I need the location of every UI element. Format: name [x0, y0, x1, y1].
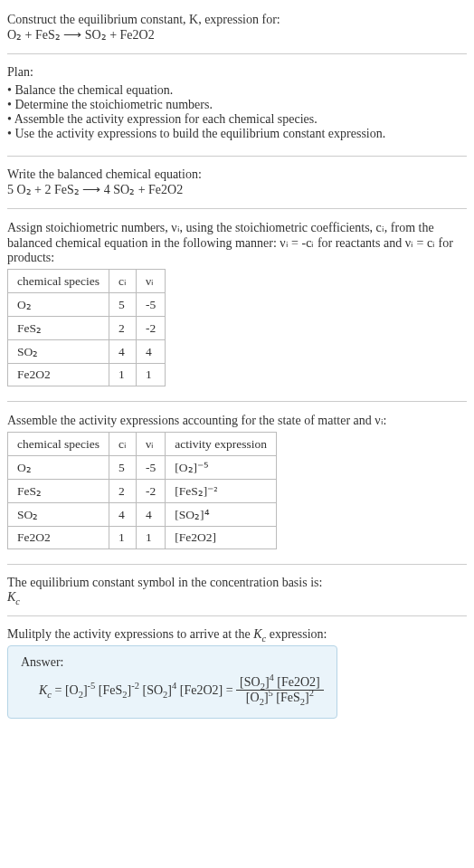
final-section: Mulitply the activity expressions to arr… [7, 622, 467, 724]
stoich-table: chemical species cᵢ νᵢ O₂ 5 -5 FeS₂ 2 -2… [7, 269, 166, 386]
table-header-row: chemical species cᵢ νᵢ activity expressi… [8, 433, 277, 456]
activity-table: chemical species cᵢ νᵢ activity expressi… [7, 432, 277, 549]
table-header-row: chemical species cᵢ νᵢ [8, 270, 166, 293]
divider [7, 156, 467, 157]
table-header: νᵢ [137, 433, 166, 456]
prompt-equation: O₂ + FeS₂ ⟶ SO₂ + Fe2O2 [7, 27, 467, 43]
table-cell: 5 [109, 293, 137, 317]
table-cell: -5 [137, 456, 166, 480]
prompt-section: Construct the equilibrium constant, K, e… [7, 7, 467, 48]
table-cell: Fe2O2 [8, 364, 109, 386]
table-cell: 4 [137, 503, 166, 527]
table-cell: SO₂ [8, 503, 109, 527]
table-cell: -2 [137, 480, 166, 503]
answer-box: Answer: Kc = [O2]-5 [FeS2]-2 [SO2]4 [Fe2… [7, 645, 337, 719]
table-cell: O₂ [8, 293, 109, 317]
table-cell: 2 [109, 317, 137, 340]
balanced-equation: 5 O₂ + 2 FeS₂ ⟶ 4 SO₂ + Fe2O2 [7, 182, 467, 197]
table-header: cᵢ [109, 270, 137, 293]
answer-label: Answer: [21, 655, 324, 670]
table-cell: 1 [137, 527, 166, 549]
table-header: chemical species [8, 433, 109, 456]
divider [7, 401, 467, 402]
table-cell: 5 [109, 456, 137, 480]
divider [7, 208, 467, 209]
table-cell: SO₂ [8, 340, 109, 364]
plan-title: Plan: [7, 65, 467, 80]
table-row: O₂ 5 -5 [O₂]⁻⁵ [8, 456, 277, 480]
table-row: O₂ 5 -5 [8, 293, 166, 317]
divider [7, 615, 467, 616]
table-cell: -2 [137, 317, 166, 340]
table-row: FeS₂ 2 -2 [8, 317, 166, 340]
plan-item: Determine the stoichiometric numbers. [7, 98, 467, 112]
table-row: Fe2O2 1 1 [8, 364, 166, 386]
table-cell: [Fe2O2] [166, 527, 277, 549]
table-cell: 4 [109, 340, 137, 364]
table-row: FeS₂ 2 -2 [FeS₂]⁻² [8, 480, 277, 503]
plan-list: Balance the chemical equation. Determine… [7, 83, 467, 141]
table-cell: 2 [109, 480, 137, 503]
table-cell: O₂ [8, 456, 109, 480]
table-header: cᵢ [109, 433, 137, 456]
answer-fraction: [SO2]4 [Fe2O2] [O2]5 [FeS2]2 [236, 675, 324, 705]
table-row: SO₂ 4 4 [SO₂]⁴ [8, 503, 277, 527]
answer-equation: Kc = [O2]-5 [FeS2]-2 [SO2]4 [Fe2O2] = [S… [21, 675, 324, 705]
plan-item: Balance the chemical equation. [7, 83, 467, 98]
divider [7, 564, 467, 565]
table-cell: [FeS₂]⁻² [166, 480, 277, 503]
table-cell: -5 [137, 293, 166, 317]
symbol-section: The equilibrium constant symbol in the c… [7, 570, 467, 610]
table-cell: [SO₂]⁴ [166, 503, 277, 527]
table-row: Fe2O2 1 1 [Fe2O2] [8, 527, 277, 549]
divider [7, 53, 467, 54]
plan-section: Plan: Balance the chemical equation. Det… [7, 60, 467, 150]
table-cell: 1 [109, 527, 137, 549]
activity-intro: Assemble the activity expressions accoun… [7, 413, 467, 428]
table-cell: FeS₂ [8, 480, 109, 503]
table-cell: 1 [137, 364, 166, 386]
table-header: activity expression [166, 433, 277, 456]
fraction-denominator: [O2]5 [FeS2]2 [236, 691, 324, 705]
symbol-line1: The equilibrium constant symbol in the c… [7, 576, 467, 590]
symbol-kc: Kc [7, 590, 467, 605]
plan-item: Use the activity expressions to build th… [7, 127, 467, 141]
table-cell: 1 [109, 364, 137, 386]
answer-lhs: Kc = [O2]-5 [FeS2]-2 [SO2]4 [Fe2O2] = [39, 683, 233, 698]
prompt-text: Construct the equilibrium constant, K, e… [7, 13, 280, 26]
stoich-intro: Assign stoichiometric numbers, νᵢ, using… [7, 220, 467, 265]
prompt-line1: Construct the equilibrium constant, K, e… [7, 13, 467, 27]
balanced-title: Write the balanced chemical equation: [7, 167, 467, 182]
balanced-section: Write the balanced chemical equation: 5 … [7, 162, 467, 203]
table-cell: FeS₂ [8, 317, 109, 340]
table-cell: [O₂]⁻⁵ [166, 456, 277, 480]
stoich-section: Assign stoichiometric numbers, νᵢ, using… [7, 215, 467, 396]
table-cell: 4 [109, 503, 137, 527]
table-cell: 4 [137, 340, 166, 364]
final-intro: Mulitply the activity expressions to arr… [7, 627, 467, 642]
activity-section: Assemble the activity expressions accoun… [7, 407, 467, 558]
table-row: SO₂ 4 4 [8, 340, 166, 364]
table-cell: Fe2O2 [8, 527, 109, 549]
plan-item: Assemble the activity expression for eac… [7, 112, 467, 127]
table-header: chemical species [8, 270, 109, 293]
table-header: νᵢ [137, 270, 166, 293]
